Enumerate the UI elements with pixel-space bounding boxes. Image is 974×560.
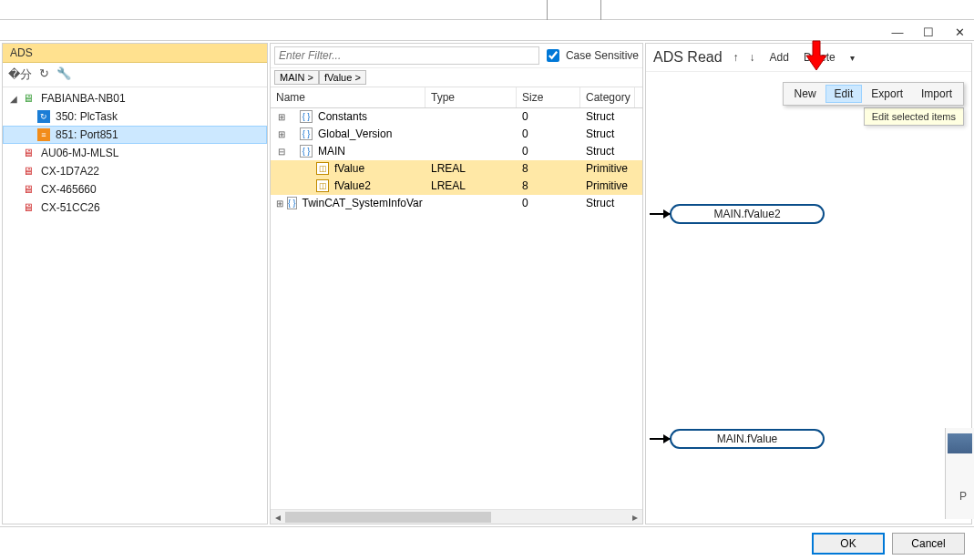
row-category: Struct	[580, 127, 635, 141]
expand-caret-icon[interactable]: ⊞	[276, 199, 283, 209]
row-size: 0	[517, 196, 580, 210]
maximize-button[interactable]: ☐	[919, 23, 938, 41]
crumb-1[interactable]: fValue >	[319, 70, 366, 85]
filter-row: Case Sensitive	[271, 44, 642, 68]
row-name: fValue2	[331, 179, 371, 192]
wrench-icon[interactable]: 🔧	[56, 66, 71, 83]
tree-item-label: 851: Port851	[52, 128, 118, 141]
dialog-window: ADS �分 ↻ 🔧 ◢FABIANBA-NB01350: PlcTask851…	[0, 40, 974, 560]
tree-item-label: CX-1D7A22	[37, 165, 99, 178]
table-row[interactable]: ⊞Global_Version0Struct	[271, 126, 642, 143]
col-size[interactable]: Size	[517, 87, 580, 107]
expand-caret-icon[interactable]: ⊞	[276, 112, 287, 122]
table-row[interactable]: fValue2LREAL8Primitive	[271, 178, 642, 195]
col-category[interactable]: Category	[580, 87, 635, 107]
col-name[interactable]: Name	[271, 87, 425, 107]
row-name: MAIN	[314, 145, 345, 158]
table-header[interactable]: Name Type Size Category	[271, 87, 642, 108]
left-panel: ADS �分 ↻ 🔧 ◢FABIANBA-NB01350: PlcTask851…	[2, 43, 268, 524]
primitive-icon	[316, 179, 329, 192]
table-row[interactable]: ⊟MAIN0Struct	[271, 143, 642, 160]
row-category: Struct	[580, 109, 635, 124]
row-type	[425, 133, 517, 135]
right-canvas[interactable]: MAIN.fValue2MAIN.fValue	[646, 72, 971, 524]
struct-icon	[300, 145, 313, 158]
left-panel-toolbar: �分 ↻ 🔧	[3, 63, 267, 87]
tree-item-cx5[interactable]: CX-51CC26	[3, 199, 267, 217]
row-category: Primitive	[580, 161, 635, 176]
minimize-button[interactable]: —	[888, 23, 907, 41]
menu-item-edit[interactable]: Edit	[825, 85, 863, 103]
table-body[interactable]: ⊞Constants0Struct⊞Global_Version0Struct⊟…	[271, 108, 642, 212]
add-button[interactable]: Add	[766, 51, 793, 64]
case-sensitive-label: Case Sensitive	[566, 49, 639, 62]
struct-icon	[300, 110, 313, 123]
row-name: TwinCAT_SystemInfoVar	[299, 197, 423, 209]
scroll-right-icon[interactable]: ▸	[628, 511, 642, 524]
tree-caret-icon[interactable]: ◢	[8, 94, 19, 104]
row-size: 0	[517, 127, 580, 141]
col-type[interactable]: Type	[425, 87, 517, 107]
context-menu[interactable]: NewEditExportImport	[783, 82, 964, 106]
tree-item-plc[interactable]: 350: PlcTask	[3, 107, 267, 126]
tooltip: Edit selected items	[864, 107, 964, 126]
table-row[interactable]: fValueLREAL8Primitive	[271, 160, 642, 178]
annotation-red-arrow-icon	[804, 39, 829, 74]
tree-item-cx4[interactable]: CX-465660	[3, 180, 267, 199]
row-type	[425, 116, 517, 117]
monitor-green-icon	[21, 91, 36, 106]
menu-item-new[interactable]: New	[785, 85, 825, 103]
case-sensitive-box[interactable]	[547, 49, 559, 62]
menu-item-export[interactable]: Export	[862, 85, 912, 103]
decorative-lines	[547, 0, 601, 20]
flow-node[interactable]: MAIN.fValue	[650, 429, 825, 449]
ok-button[interactable]: OK	[812, 533, 885, 555]
sitemap-icon[interactable]: �分	[8, 66, 32, 83]
row-size: 0	[517, 144, 580, 158]
crumb-0[interactable]: MAIN >	[274, 70, 319, 85]
monitor-red-icon	[21, 182, 36, 197]
flow-input-arrow-icon	[650, 438, 670, 440]
dropdown-icon[interactable]: ▾	[846, 53, 858, 63]
flow-node-label: MAIN.fValue2	[670, 204, 825, 224]
flow-node[interactable]: MAIN.fValue2	[650, 204, 825, 224]
dialog-button-bar: OK Cancel	[0, 526, 974, 560]
plc-task-icon	[37, 110, 50, 123]
scroll-track[interactable]	[285, 512, 628, 523]
center-panel: Case Sensitive MAIN >fValue > Name Type …	[270, 43, 643, 524]
truncated-upper-region	[0, 0, 974, 20]
cancel-button[interactable]: Cancel	[892, 533, 965, 555]
expand-caret-icon[interactable]: ⊞	[276, 129, 287, 139]
flow-input-arrow-icon	[650, 213, 670, 215]
device-tree[interactable]: ◢FABIANBA-NB01350: PlcTask851: Port851AU…	[3, 87, 267, 524]
refresh-icon[interactable]: ↻	[39, 66, 49, 83]
row-size: 0	[517, 109, 580, 124]
monitor-red-icon	[21, 164, 36, 178]
case-sensitive-checkbox[interactable]: Case Sensitive	[543, 46, 639, 65]
tree-item-cx1[interactable]: CX-1D7A22	[3, 162, 267, 180]
right-panel-title: ADS Read	[653, 49, 723, 66]
filter-input[interactable]	[274, 46, 539, 65]
close-button[interactable]: ✕	[950, 23, 969, 41]
tree-item-port[interactable]: 851: Port851	[3, 126, 267, 144]
scroll-thumb[interactable]	[285, 512, 491, 523]
tree-item-root1[interactable]: ◢FABIANBA-NB01	[3, 89, 267, 107]
monitor-red-icon	[21, 200, 36, 215]
row-category: Struct	[580, 144, 635, 158]
horizontal-scrollbar[interactable]: ◂ ▸	[271, 509, 642, 524]
tree-item-label: AU06-MJ-MLSL	[37, 147, 118, 159]
table-row[interactable]: ⊞TwinCAT_SystemInfoVar0Struct	[271, 195, 642, 212]
expand-caret-icon[interactable]: ⊟	[276, 147, 287, 157]
port-icon	[37, 128, 50, 141]
row-size: 8	[517, 178, 580, 193]
breadcrumb[interactable]: MAIN >fValue >	[271, 68, 642, 87]
primitive-icon	[316, 162, 329, 175]
tree-item-au06[interactable]: AU06-MJ-MLSL	[3, 144, 267, 162]
scroll-left-icon[interactable]: ◂	[271, 511, 285, 524]
table-row[interactable]: ⊞Constants0Struct	[271, 108, 642, 126]
reorder-arrows: ↑ ↓	[730, 51, 759, 64]
menu-item-import[interactable]: Import	[912, 85, 961, 103]
move-down-button[interactable]: ↓	[746, 51, 759, 64]
right-panel: ADS Read ↑ ↓ Add Delete ▾ MAIN.fValue2MA…	[645, 43, 972, 524]
move-up-button[interactable]: ↑	[730, 51, 743, 64]
